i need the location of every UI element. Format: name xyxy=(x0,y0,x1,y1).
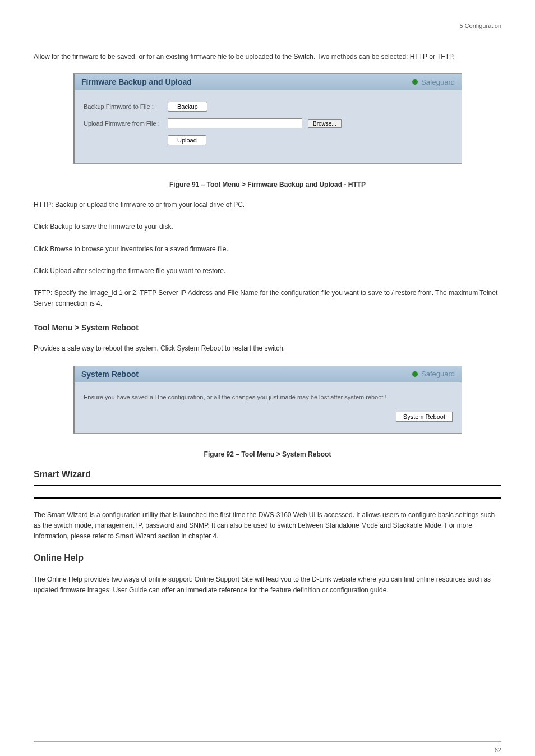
figure2-caption: Figure 92 – Tool Menu > System Reboot xyxy=(34,450,501,458)
tftp-text: TFTP: Specify the Image_id 1 or 2, TFTP … xyxy=(34,288,501,309)
upload-button[interactable]: Upload xyxy=(168,135,206,145)
http-backup-text: Click Backup to save the firmware to you… xyxy=(34,222,501,232)
tool-reboot-text: Provides a safe way to reboot the system… xyxy=(34,343,501,354)
page-footer: 62 xyxy=(34,741,501,753)
backup-label: Backup Firmware to File : xyxy=(84,103,162,110)
safeguard-indicator-2: Safeguard xyxy=(412,370,455,378)
reboot-panel-title: System Reboot xyxy=(81,370,139,379)
firmware-panel-title: Firmware Backup and Upload xyxy=(81,77,192,86)
firmware-panel: Firmware Backup and Upload Safeguard Bac… xyxy=(73,73,462,164)
figure1-caption: Figure 91 – Tool Menu > Firmware Backup … xyxy=(34,181,501,188)
divider-1 xyxy=(34,485,501,486)
reboot-panel-header: System Reboot Safeguard xyxy=(75,366,462,382)
safeguard-label: Safeguard xyxy=(421,78,455,86)
smart-wizard-text: The Smart Wizard is a configuration util… xyxy=(34,510,501,542)
reboot-panel-body: Ensure you have saved all the configurat… xyxy=(75,382,462,433)
system-reboot-button[interactable]: System Reboot xyxy=(396,412,453,422)
reboot-panel: System Reboot Safeguard Ensure you have … xyxy=(73,366,462,434)
online-help-text: The Online Help provides two ways of onl… xyxy=(34,574,501,596)
file-path-input[interactable] xyxy=(168,118,302,128)
divider-2 xyxy=(34,497,501,499)
browse-button[interactable]: Browse... xyxy=(308,119,342,128)
safeguard-label-2: Safeguard xyxy=(421,370,455,378)
http-text: HTTP: Backup or upload the firmware to o… xyxy=(34,200,501,210)
firmware-panel-body: Backup Firmware to File : Backup Upload … xyxy=(75,90,462,163)
intro-text-1: Allow for the firmware to be saved, or f… xyxy=(34,52,501,62)
firmware-panel-header: Firmware Backup and Upload Safeguard xyxy=(75,74,462,90)
safeguard-indicator: Safeguard xyxy=(412,78,455,86)
backup-button[interactable]: Backup xyxy=(168,102,207,112)
upload-btn-row: Upload xyxy=(168,135,453,145)
online-help-title: Online Help xyxy=(34,553,501,563)
http-upload-text: Click Upload after selecting the firmwar… xyxy=(34,266,501,276)
tool-reboot-title: Tool Menu > System Reboot xyxy=(34,323,501,332)
smart-wizard-title: Smart Wizard xyxy=(34,469,501,480)
backup-row: Backup Firmware to File : Backup xyxy=(84,102,453,112)
upload-label: Upload Firmware from File : xyxy=(84,120,162,127)
http-browse-text: Click Browse to browse your inventories … xyxy=(34,244,501,255)
safeguard-dot-icon xyxy=(412,79,418,85)
page-header: 5 Configuration xyxy=(34,22,501,29)
upload-row: Upload Firmware from File : Browse... xyxy=(84,118,453,128)
safeguard-dot-icon-2 xyxy=(412,371,418,377)
reboot-warning: Ensure you have saved all the configurat… xyxy=(84,394,453,400)
